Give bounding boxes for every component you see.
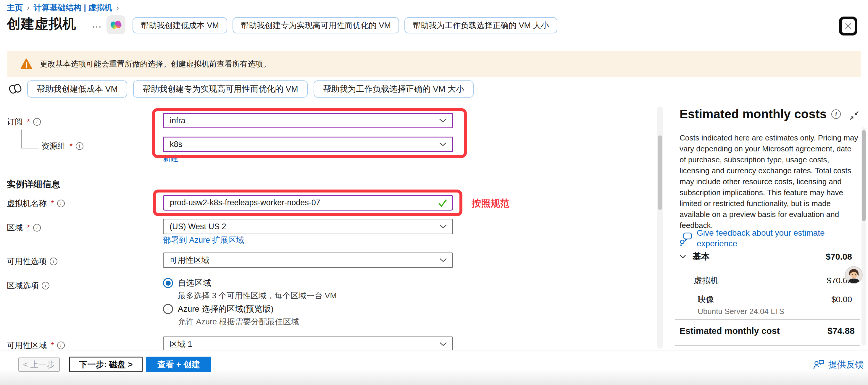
edge-zone-link[interactable]: 部署到 Azure 扩展区域 [163,235,244,246]
vm-name-input[interactable]: prod-usw2-k8s-freeleaps-worker-nodes-07 [163,195,453,211]
chevron-down-icon [439,142,447,147]
checkmark-icon [438,198,447,207]
radio-azure-selected-zones[interactable]: Azure 选择的区域(预览版) [163,303,274,315]
required-asterisk: * [27,118,30,127]
radio-azure-selected-desc: 允许 Azure 根据需要分配最佳区域 [178,316,299,327]
breadcrumb: 主页 › 计算基础结构 | 虚拟机 › [7,2,119,13]
vm-name-label: 虚拟机名称* i [7,198,65,209]
page-title: 创建虚拟机 [7,15,76,33]
annotation-note: 按照规范 [472,197,509,210]
feedback-bubbles-icon [680,232,692,247]
suggestion-high-availability-vm[interactable]: 帮助我创建专为实现高可用性而优化的 VM [232,17,399,33]
costs-panel-title: Estimated monthly costs i [680,107,841,121]
panel-divider [675,319,860,320]
avatar[interactable] [845,266,863,284]
required-asterisk: * [51,341,54,350]
feedback-person-icon [813,360,824,370]
footer-bar: < 上一步 下一步: 磁盘 > 查看 + 创建 提供反馈 [0,350,868,385]
info-icon[interactable]: i [50,258,57,265]
avatar-image [845,267,862,283]
cost-row-basic[interactable]: 基本 $70.08 [680,251,852,263]
vm-name-value: prod-usw2-k8s-freeleaps-worker-nodes-07 [170,198,320,207]
info-icon[interactable]: i [33,224,41,231]
availability-options-value: 可用性区域 [169,255,210,265]
warning-text: 更改基本选项可能会重置所做的选择。创建虚拟机前查看所有选项。 [40,59,271,69]
region-label: 区域* i [7,222,41,233]
info-icon[interactable]: i [57,200,65,207]
copilot-button[interactable] [106,15,125,34]
availability-zone-value: 区域 1 [169,339,192,350]
image-name: Ubuntu Server 24.04 LTS [698,307,784,316]
cost-row-vm: 虚拟机 $70.08 [694,275,852,286]
copilot-icon [110,19,122,31]
copilot-outline-icon [8,81,23,97]
chevron-down-icon [439,258,447,263]
copilot-suggestions-inline: 帮助我创建低成本 VM 帮助我创建专为实现高可用性而优化的 VM 帮助我为工作负… [8,81,474,98]
panel-scrollbar-thumb[interactable] [862,130,866,221]
info-icon[interactable]: i [33,118,41,126]
info-icon[interactable]: i [76,142,84,150]
chevron-down-icon [439,342,447,347]
required-asterisk: * [51,199,54,208]
availability-options-label: 可用性选项 i [7,256,57,267]
next-disks-button[interactable]: 下一步: 磁盘 > [69,357,143,372]
panel-divider [675,345,860,346]
availability-zone-label: 可用性区域* i [7,340,65,351]
required-asterisk: * [69,142,73,151]
suggestion-right-vm-size[interactable]: 帮助我为工作负载选择正确的 VM 大小 [404,17,557,33]
zone-options-label: 区域选项 i [7,280,50,291]
tree-connector [21,130,38,149]
breadcrumb-virtual-machines[interactable]: 计算基础结构 | 虚拟机 [34,2,113,13]
chevron-down-icon [439,224,447,229]
resource-group-value: k8s [170,140,182,149]
cost-total-row: Estimated monthly cost $74.88 [680,326,855,336]
resource-group-dropdown[interactable]: k8s [163,137,453,152]
give-feedback-link[interactable]: 提供反馈 [813,359,864,371]
costs-panel-description: Costs indicated here are estimates only.… [680,132,858,231]
chevron-down-icon [680,255,686,259]
create-new-link[interactable]: 新建 [163,153,178,163]
radio-off-icon[interactable] [163,304,173,314]
radio-self-selected-desc: 最多选择 3 个可用性区域，每个区域一台 VM [178,290,337,301]
info-icon[interactable]: i [42,282,50,289]
subscription-value: infra [170,116,185,125]
collapse-icon[interactable] [848,110,860,121]
estimate-feedback-link[interactable]: Give feedback about your estimate experi… [680,228,857,249]
suggestion-low-cost-vm[interactable]: 帮助我创建低成本 VM [27,81,127,98]
breadcrumb-home[interactable]: 主页 [7,2,23,13]
suggestion-right-vm-size[interactable]: 帮助我为工作负载选择正确的 VM 大小 [314,81,474,98]
radio-self-selected-zones[interactable]: 自选区域 [163,277,211,289]
subscription-dropdown[interactable]: infra [163,113,453,128]
required-asterisk: * [27,223,30,232]
section-instance-details: 实例详细信息 [7,178,60,190]
suggestion-high-availability-vm[interactable]: 帮助我创建专为实现高可用性而优化的 VM [133,81,308,98]
copilot-suggestions-top: 帮助我创建低成本 VM 帮助我创建专为实现高可用性而优化的 VM 帮助我为工作负… [132,17,557,33]
radio-label: 自选区域 [178,277,211,289]
info-icon[interactable]: i [57,342,65,349]
availability-options-dropdown[interactable]: 可用性区域 [163,253,453,268]
close-icon [844,22,852,30]
info-icon[interactable]: i [831,109,841,119]
chevron-down-icon [439,119,447,123]
chevron-right-icon: › [116,3,119,12]
radio-on-icon[interactable] [163,278,173,288]
subscription-label: 订阅* i [7,117,41,127]
close-button[interactable] [839,17,857,35]
warning-icon [21,58,32,69]
more-menu-button[interactable]: … [92,18,102,30]
radio-label: Azure 选择的区域(预览版) [178,303,274,315]
warning-banner: 更改基本选项可能会重置所做的选择。创建虚拟机前查看所有选项。 [7,51,861,77]
review-create-button[interactable]: 查看 + 创建 [146,357,211,372]
region-dropdown[interactable]: (US) West US 2 [163,219,453,234]
main-scrollbar-thumb[interactable] [658,135,662,210]
chevron-right-icon: › [27,3,30,12]
previous-button[interactable]: < 上一步 [18,357,60,372]
suggestion-low-cost-vm[interactable]: 帮助我创建低成本 VM [132,17,227,33]
create-vm-page: 主页 › 计算基础结构 | 虚拟机 › 创建虚拟机 … 帮助我创建低成本 VM … [0,0,868,385]
cost-row-image: 映像 $0.00 [698,294,852,305]
resource-group-label: 资源组* i [41,141,84,151]
region-value: (US) West US 2 [169,222,226,231]
